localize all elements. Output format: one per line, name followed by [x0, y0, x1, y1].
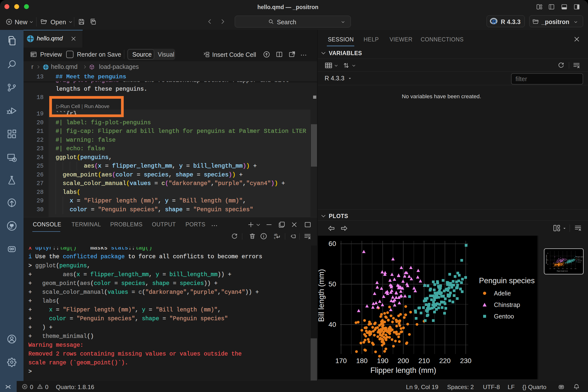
svg-text:R: R [492, 18, 496, 25]
svg-text:210: 210 [418, 357, 430, 364]
svg-text:Adelie: Adelie [578, 258, 581, 260]
svg-text:Gentoo: Gentoo [578, 262, 581, 263]
svg-text:180: 180 [356, 357, 368, 364]
svg-text:230: 230 [574, 268, 576, 269]
svg-text:220: 220 [570, 268, 572, 269]
svg-text:Penguin species: Penguin species [479, 276, 535, 285]
svg-text:Penguin species: Penguin species [576, 256, 583, 258]
svg-text:180: 180 [554, 268, 556, 269]
svg-text:170: 170 [336, 357, 347, 364]
svg-text:Bill length (mm): Bill length (mm) [546, 255, 547, 264]
svg-text:60: 60 [547, 252, 548, 254]
svg-text:Adelie: Adelie [494, 290, 511, 297]
svg-text:200: 200 [562, 268, 564, 269]
svg-text:220: 220 [439, 357, 451, 364]
svg-text:Flipper length (mm): Flipper length (mm) [370, 366, 436, 374]
svg-text:Bill length (mm): Bill length (mm) [318, 269, 326, 322]
svg-text:Chinstrap: Chinstrap [494, 301, 520, 308]
svg-text:50: 50 [547, 260, 548, 261]
svg-text:230: 230 [460, 357, 472, 364]
svg-text:190: 190 [377, 357, 388, 364]
svg-text:170: 170 [549, 268, 551, 269]
svg-text:Chinstrap: Chinstrap [578, 260, 582, 261]
svg-text:Flipper length (mm): Flipper length (mm) [557, 270, 568, 272]
svg-text:40: 40 [328, 321, 336, 328]
svg-text:50: 50 [328, 280, 336, 288]
svg-text:190: 190 [558, 268, 560, 269]
svg-text:200: 200 [398, 357, 409, 364]
svg-text:60: 60 [328, 240, 336, 248]
svg-text:Gentoo: Gentoo [494, 313, 514, 320]
svg-text:c: c [274, 236, 276, 240]
svg-text:210: 210 [566, 268, 568, 269]
svg-text:40: 40 [547, 264, 548, 265]
